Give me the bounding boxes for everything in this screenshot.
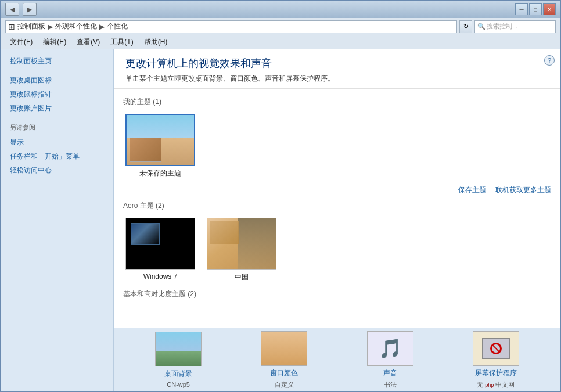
refresh-button[interactable]: ↻ bbox=[459, 20, 472, 33]
back-button[interactable]: ◀ bbox=[5, 3, 19, 16]
sidebar-link-account-picture[interactable]: 更改账户图片 bbox=[10, 102, 104, 114]
theme-preview-win7 bbox=[125, 218, 195, 270]
themes-links: 保存主题 联机获取更多主题 bbox=[123, 185, 551, 195]
toolbar-screensaver[interactable]: 屏幕保护程序 无 php 中文网 bbox=[467, 331, 525, 389]
screensaver-preview bbox=[473, 331, 519, 366]
save-theme-link[interactable]: 保存主题 bbox=[458, 185, 486, 195]
help-icon[interactable]: ? bbox=[544, 55, 555, 66]
php-badge: php bbox=[485, 382, 494, 388]
path-part1: 控制面板 bbox=[17, 21, 45, 31]
content-header: 更改计算机上的视觉效果和声音 单击某个主题立即更改桌面背景、窗口颜色、声音和屏幕… bbox=[114, 49, 560, 89]
bottom-toolbar: 桌面背景 CN-wp5 窗口颜色 自定义 🎵 声音 书法 bbox=[114, 328, 560, 391]
theme-name-china: 中国 bbox=[235, 272, 249, 282]
desktop-bg-sublabel: CN-wp5 bbox=[167, 381, 190, 388]
theme-name-unsaved: 未保存的主题 bbox=[139, 168, 181, 178]
sound-sublabel: 书法 bbox=[384, 380, 397, 389]
desktop-bg-label: 桌面背景 bbox=[164, 369, 192, 379]
toolbar-desktop-bg[interactable]: 桌面背景 CN-wp5 bbox=[149, 332, 207, 388]
sound-preview: 🎵 bbox=[367, 331, 413, 366]
desktop-bg-preview bbox=[155, 332, 202, 366]
menu-help[interactable]: 帮助(H) bbox=[139, 36, 172, 48]
sidebar-main-link[interactable]: 控制面板主页 bbox=[10, 56, 104, 66]
maximize-button[interactable]: □ bbox=[529, 3, 542, 15]
screensaver-no: 无 bbox=[477, 381, 483, 388]
menu-view[interactable]: 查看(V) bbox=[72, 36, 105, 48]
content-area: 更改计算机上的视觉效果和声音 单击某个主题立即更改桌面背景、窗口颜色、声音和屏幕… bbox=[114, 49, 560, 391]
aero-themes-grid: Windows 7 中国 bbox=[123, 215, 551, 285]
theme-name-win7: Windows 7 bbox=[143, 272, 178, 280]
theme-item-win7[interactable]: Windows 7 bbox=[123, 215, 197, 285]
content-description: 单击某个主题立即更改桌面背景、窗口颜色、声音和屏幕保护程序。 bbox=[125, 74, 549, 84]
path-separator-1: ▶ bbox=[48, 23, 53, 31]
sidebar-link-mouse-pointer[interactable]: 更改鼠标指针 bbox=[10, 88, 104, 100]
menu-tools[interactable]: 工具(T) bbox=[106, 36, 138, 48]
my-themes-label: 我的主题 (1) bbox=[123, 97, 551, 107]
sidebar-section-title: 另请参阅 bbox=[10, 123, 104, 132]
toolbar-window-color[interactable]: 窗口颜色 自定义 bbox=[255, 331, 313, 389]
sidebar-link-desktop-icons[interactable]: 更改桌面图标 bbox=[10, 74, 104, 86]
theme-preview-china bbox=[207, 218, 276, 270]
sound-label: 声音 bbox=[383, 368, 397, 378]
addressbar: ⊞ 控制面板 ▶ 外观和个性化 ▶ 个性化 ↻ 🔍 搜索控制... bbox=[1, 18, 560, 35]
forward-button[interactable]: ▶ bbox=[23, 3, 37, 16]
sidebar-link-accessibility[interactable]: 轻松访问中心 bbox=[10, 164, 104, 176]
titlebar: ◀ ▶ ─ □ ✕ bbox=[1, 1, 560, 18]
my-themes-grid: 未保存的主题 bbox=[123, 112, 551, 181]
window-color-preview bbox=[261, 331, 307, 366]
sidebar: 控制面板主页 更改桌面图标 更改鼠标指针 更改账户图片 另请参阅 显示 任务栏和… bbox=[1, 49, 114, 391]
online-themes-link[interactable]: 联机获取更多主题 bbox=[495, 185, 551, 195]
screensaver-label: 屏幕保护程序 bbox=[475, 368, 517, 378]
search-placeholder: 搜索控制... bbox=[487, 22, 517, 31]
sidebar-link-taskbar[interactable]: 任务栏和「开始」菜单 bbox=[10, 150, 104, 162]
minimize-button[interactable]: ─ bbox=[515, 3, 528, 15]
close-button[interactable]: ✕ bbox=[543, 3, 556, 15]
path-icon: ⊞ bbox=[8, 22, 15, 31]
main-area: 控制面板主页 更改桌面图标 更改鼠标指针 更改账户图片 另请参阅 显示 任务栏和… bbox=[1, 49, 560, 391]
sidebar-link-display[interactable]: 显示 bbox=[10, 136, 104, 148]
themes-scroll-area[interactable]: 我的主题 (1) 未保存的主题 bbox=[114, 89, 560, 328]
search-icon: 🔍 bbox=[477, 23, 486, 30]
path-part3: 个性化 bbox=[107, 21, 128, 31]
window-controls: ─ □ ✕ bbox=[515, 3, 556, 15]
php-suffix: 中文网 bbox=[495, 381, 515, 388]
menu-edit[interactable]: 编辑(E) bbox=[38, 36, 71, 48]
path-separator-2: ▶ bbox=[99, 23, 105, 31]
theme-item-china[interactable]: 中国 bbox=[204, 215, 279, 285]
menubar: 文件(F) 编辑(E) 查看(V) 工具(T) 帮助(H) bbox=[1, 35, 560, 49]
music-notes-icon: 🎵 bbox=[379, 337, 402, 359]
path-part2: 外观和个性化 bbox=[55, 21, 97, 31]
search-box[interactable]: 🔍 搜索控制... bbox=[474, 20, 556, 33]
toolbar-sound[interactable]: 🎵 声音 书法 bbox=[361, 331, 419, 389]
menu-file[interactable]: 文件(F) bbox=[5, 36, 37, 48]
theme-item-unsaved[interactable]: 未保存的主题 bbox=[123, 112, 197, 181]
window-color-sublabel: 自定义 bbox=[275, 380, 294, 389]
content-title: 更改计算机上的视觉效果和声音 bbox=[125, 56, 549, 70]
main-window: ◀ ▶ ─ □ ✕ ⊞ 控制面板 ▶ 外观和个性化 ▶ 个性化 ↻ 🔍 搜索控制… bbox=[0, 0, 561, 392]
win7-glass-effect bbox=[131, 223, 160, 245]
aero-themes-label: Aero 主题 (2) bbox=[123, 201, 551, 211]
theme-preview-unsaved bbox=[125, 114, 195, 166]
screensaver-sublabel: 无 php 中文网 bbox=[477, 380, 515, 389]
screensaver-content bbox=[473, 332, 519, 365]
address-path[interactable]: ⊞ 控制面板 ▶ 外观和个性化 ▶ 个性化 bbox=[5, 20, 457, 33]
window-color-label: 窗口颜色 bbox=[270, 368, 298, 378]
basic-themes-label: 基本和高对比度主题 (2) bbox=[123, 289, 551, 299]
